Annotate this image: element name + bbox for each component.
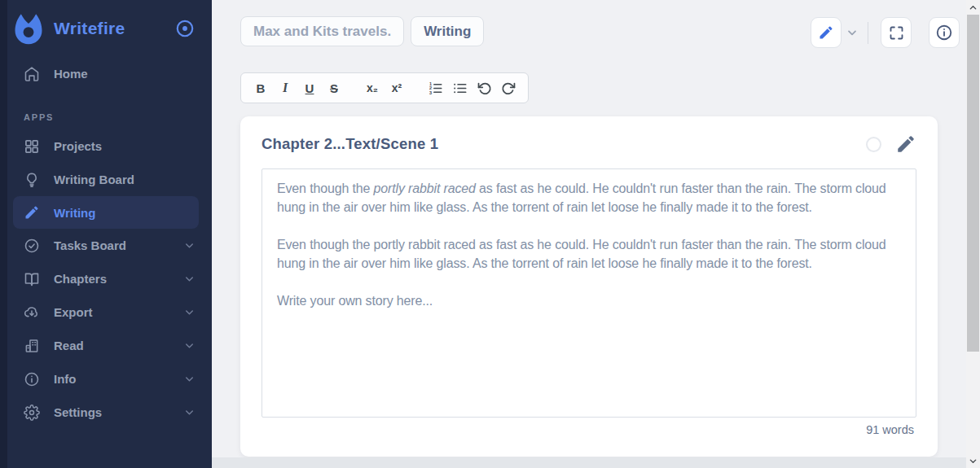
edit-mode-button[interactable]	[811, 17, 842, 48]
sidebar-item-label: Info	[54, 372, 183, 386]
scroll-down-icon[interactable]	[966, 454, 980, 467]
sidebar-item-label: Chapters	[54, 272, 183, 286]
redo-button[interactable]	[498, 77, 519, 99]
sidebar-item-label: Export	[54, 305, 183, 319]
edit-scene-button[interactable]	[895, 133, 916, 155]
superscript-button[interactable]: x²	[386, 77, 407, 99]
fullscreen-button[interactable]	[881, 17, 912, 48]
check-circle-icon	[24, 238, 40, 254]
sidebar-item-label: Read	[54, 339, 183, 352]
format-toolbar: B I U S x₂ x² 123	[240, 72, 529, 103]
svg-text:3: 3	[428, 90, 431, 94]
sidebar-item-label: Tasks Board	[54, 238, 183, 252]
chevron-down-icon	[183, 373, 196, 385]
story-paragraph: Even though the portly rabbit raced as f…	[277, 235, 901, 273]
italic-text: portly rabbit raced	[374, 182, 476, 195]
word-count: 91 words	[240, 418, 938, 436]
story-paragraph: Even though the portly rabbit raced as f…	[277, 179, 901, 217]
sidebar-item-label: Writing	[54, 206, 189, 220]
sidebar-item-settings[interactable]: Settings	[0, 396, 212, 429]
lightbulb-icon	[24, 172, 40, 188]
pencil-icon	[818, 24, 834, 41]
sidebar-item-projects[interactable]: Projects	[0, 129, 212, 163]
scene-card: Chapter 2...Text/Scene 1 Even though the…	[240, 116, 938, 457]
italic-button[interactable]: I	[275, 77, 296, 99]
target-icon[interactable]	[174, 18, 196, 39]
chevron-down-icon	[183, 339, 196, 352]
pencil-icon	[895, 133, 916, 155]
redo-icon	[501, 81, 516, 96]
story-paragraph: Write your own story here...	[277, 291, 901, 310]
sidebar-item-writing-board[interactable]: Writing Board	[0, 163, 212, 196]
sidebar-item-info[interactable]: Info	[0, 362, 212, 396]
chevron-down-icon	[183, 239, 196, 251]
sidebar-item-export[interactable]: Export	[0, 295, 212, 329]
scene-title: Chapter 2...Text/Scene 1	[261, 135, 866, 153]
sidebar-item-home[interactable]: Home	[0, 57, 212, 90]
info-circle-icon	[935, 24, 953, 42]
strikethrough-button[interactable]: S	[323, 77, 345, 99]
vertical-scrollbar[interactable]	[966, 0, 980, 468]
horizontal-scrollbar[interactable]	[212, 457, 966, 468]
bold-button[interactable]: B	[250, 77, 271, 99]
sidebar-section-label: APPS	[0, 90, 212, 129]
chevron-down-icon[interactable]	[846, 26, 859, 39]
flame-icon	[11, 11, 46, 46]
subscript-button[interactable]: x₂	[362, 77, 383, 99]
underline-button[interactable]: U	[299, 77, 320, 99]
sidebar-item-writing[interactable]: Writing	[13, 196, 199, 229]
chevron-down-icon	[183, 306, 196, 318]
scrollbar-thumb[interactable]	[967, 15, 979, 352]
scene-card-header: Chapter 2...Text/Scene 1	[240, 116, 938, 168]
breadcrumb: Max and Kits travels. Writing	[240, 16, 484, 46]
fullscreen-icon	[888, 24, 905, 42]
ordered-list-icon: 123	[428, 81, 443, 96]
info-circle-icon	[24, 371, 40, 387]
sidebar-item-label: Home	[54, 67, 196, 81]
undo-icon	[477, 81, 492, 96]
book-open-icon	[24, 271, 40, 287]
home-icon	[24, 66, 40, 82]
sidebar-item-label: Settings	[54, 405, 183, 419]
project-title-chip[interactable]: Max and Kits travels.	[240, 16, 404, 46]
sidebar-item-chapters[interactable]: Chapters	[0, 262, 212, 295]
chevron-down-icon	[183, 406, 196, 418]
sidebar-item-read[interactable]: Read	[0, 329, 212, 362]
unordered-list-button[interactable]	[449, 77, 470, 99]
grid-icon	[24, 138, 40, 155]
sidebar-item-label: Projects	[54, 139, 196, 153]
gear-icon	[24, 405, 40, 421]
status-circle-icon	[866, 137, 881, 152]
unordered-list-icon	[452, 81, 468, 96]
header-actions	[811, 17, 960, 48]
sidebar-item-tasks-board[interactable]: Tasks Board	[0, 229, 212, 262]
sidebar-rail	[0, 0, 7, 468]
sidebar-item-label: Writing Board	[54, 173, 196, 186]
scroll-up-icon[interactable]	[966, 1, 980, 14]
story-text-editor[interactable]: Even though the portly rabbit raced as f…	[261, 168, 916, 418]
brand-title: Writefire	[54, 19, 174, 38]
view-name-chip[interactable]: Writing	[411, 16, 484, 46]
pencil-icon	[24, 204, 40, 221]
ordered-list-button[interactable]: 123	[424, 77, 446, 99]
undo-button[interactable]	[473, 77, 494, 99]
building-icon	[24, 338, 40, 354]
chevron-down-icon	[183, 273, 196, 285]
sidebar: Writefire Home APPS Projects Writing Boa…	[0, 0, 212, 468]
cloud-download-icon	[24, 304, 40, 321]
sidebar-header: Writefire	[0, 0, 212, 57]
divider	[868, 22, 868, 44]
info-button[interactable]	[929, 17, 960, 48]
